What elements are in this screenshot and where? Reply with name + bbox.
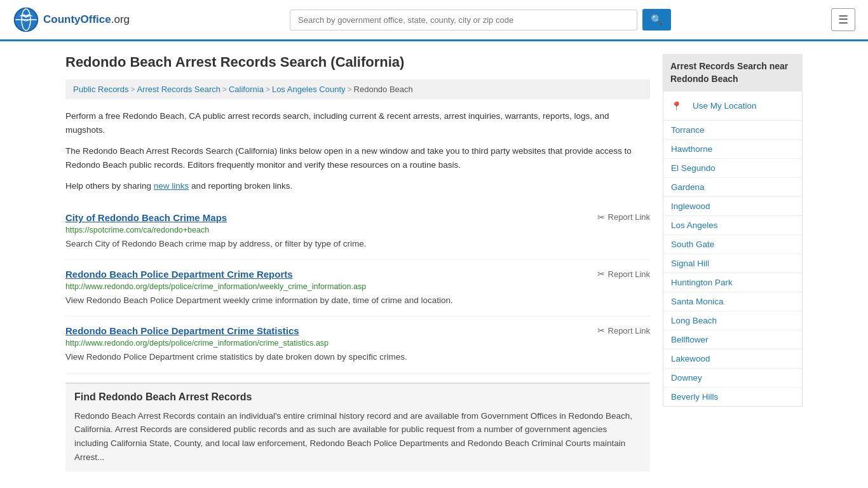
resource-3-desc: View Redondo Police Department crime sta… — [65, 351, 650, 363]
find-section-text: Redondo Beach Arrest Records contain an … — [74, 409, 641, 464]
intro-paragraph-1: Perform a free Redondo Beach, CA public … — [65, 109, 650, 137]
sidebar-link-huntington-park[interactable]: Huntington Park — [663, 273, 802, 292]
sidebar-item-hawthorne[interactable]: Hawthorne — [663, 140, 802, 159]
sidebar-item-downey[interactable]: Downey — [663, 369, 802, 388]
sidebar-item-huntington-park[interactable]: Huntington Park — [663, 273, 802, 292]
intro-paragraph-3: Help others by sharing new links and rep… — [65, 179, 650, 193]
breadcrumb-current: Redondo Beach — [354, 85, 413, 94]
find-section: Find Redondo Beach Arrest Records Redond… — [65, 383, 650, 471]
find-section-title: Find Redondo Beach Arrest Records — [74, 391, 641, 403]
scissors-icon-3: ✂ — [597, 325, 605, 336]
breadcrumb-sep-4: > — [348, 85, 352, 94]
sidebar-item-santa-monica[interactable]: Santa Monica — [663, 292, 802, 311]
sidebar-link-santa-monica[interactable]: Santa Monica — [663, 292, 802, 311]
menu-button[interactable]: ☰ — [831, 8, 855, 31]
sidebar-item-long-beach[interactable]: Long Beach — [663, 311, 802, 330]
sidebar-title: Arrest Records Search near Redondo Beach — [663, 54, 803, 92]
location-pin-icon: 📍 — [671, 101, 682, 111]
resource-2-url[interactable]: http://www.redondo.org/depts/police/crim… — [65, 282, 650, 291]
resource-3-report-btn[interactable]: ✂ Report Link — [597, 325, 650, 336]
logo-area: CountyOffice.org — [13, 6, 130, 33]
sidebar-link-signal-hill[interactable]: Signal Hill — [663, 254, 802, 273]
intro-paragraph-2: The Redondo Beach Arrest Records Search … — [65, 144, 650, 172]
sidebar-item-gardena[interactable]: Gardena — [663, 178, 802, 197]
logo-icon — [13, 6, 39, 33]
sidebar-link-inglewood[interactable]: Inglewood — [663, 197, 802, 215]
resource-3-report-label: Report Link — [608, 326, 650, 336]
sidebar-item-south-gate[interactable]: South Gate — [663, 235, 802, 254]
resource-2-report-btn[interactable]: ✂ Report Link — [597, 269, 650, 279]
sidebar-item-torrance[interactable]: Torrance — [663, 121, 802, 140]
sidebar-link-downey[interactable]: Downey — [663, 369, 802, 387]
sidebar-link-el-segundo[interactable]: El Segundo — [663, 159, 802, 177]
sidebar-item-inglewood[interactable]: Inglewood — [663, 197, 802, 216]
breadcrumb-sep-1: > — [130, 85, 135, 94]
resource-item-2: Redondo Beach Police Department Crime Re… — [65, 260, 650, 316]
sidebar-link-los-angeles[interactable]: Los Angeles — [663, 216, 802, 234]
resource-1-report-btn[interactable]: ✂ Report Link — [597, 212, 650, 222]
sidebar-item-signal-hill[interactable]: Signal Hill — [663, 254, 802, 273]
sidebar-item-los-angeles[interactable]: Los Angeles — [663, 216, 802, 235]
sidebar: Arrest Records Search near Redondo Beach… — [663, 54, 803, 471]
resource-3-title[interactable]: Redondo Beach Police Department Crime St… — [65, 325, 299, 336]
sidebar-link-lakewood[interactable]: Lakewood — [663, 349, 802, 368]
search-area: 🔍 — [290, 9, 671, 30]
search-button[interactable]: 🔍 — [642, 9, 671, 30]
sidebar-link-bellflower[interactable]: Bellflower — [663, 330, 802, 349]
use-location-link[interactable]: Use My Location — [685, 97, 764, 115]
resource-3-url[interactable]: http://www.redondo.org/depts/police/crim… — [65, 339, 650, 348]
sidebar-link-hawthorne[interactable]: Hawthorne — [663, 140, 802, 158]
resource-1-title[interactable]: City of Redondo Beach Crime Maps — [65, 212, 227, 223]
new-links-link[interactable]: new links — [154, 181, 189, 191]
resource-2-report-label: Report Link — [608, 269, 650, 279]
sidebar-link-torrance[interactable]: Torrance — [663, 121, 802, 139]
resource-1-url[interactable]: https://spotcrime.com/ca/redondo+beach — [65, 226, 650, 234]
sidebar-item-beverly-hills[interactable]: Beverly Hills — [663, 388, 802, 406]
sidebar-item-lakewood[interactable]: Lakewood — [663, 349, 802, 369]
scissors-icon-2: ✂ — [597, 269, 605, 279]
sidebar-link-south-gate[interactable]: South Gate — [663, 235, 802, 254]
scissors-icon-1: ✂ — [597, 212, 605, 222]
intro-3-before: Help others by sharing — [65, 181, 154, 191]
breadcrumb-sep-3: > — [266, 85, 270, 94]
resource-1-desc: Search City of Redondo Beach crime map b… — [65, 238, 650, 250]
header: CountyOffice.org 🔍 ☰ — [0, 0, 868, 41]
breadcrumb-arrest-records[interactable]: Arrest Records Search — [137, 85, 220, 94]
sidebar-link-long-beach[interactable]: Long Beach — [663, 311, 802, 330]
content-area: Redondo Beach Arrest Records Search (Cal… — [65, 54, 650, 471]
search-input[interactable] — [290, 10, 637, 30]
page-title: Redondo Beach Arrest Records Search (Cal… — [65, 54, 650, 71]
logo-text[interactable]: CountyOffice.org — [43, 13, 130, 26]
breadcrumb: Public Records > Arrest Records Search >… — [65, 79, 650, 99]
sidebar-list: 📍 Use My Location Torrance Hawthorne El … — [663, 92, 803, 407]
breadcrumb-la-county[interactable]: Los Angeles County — [272, 85, 346, 94]
sidebar-link-gardena[interactable]: Gardena — [663, 178, 802, 196]
resource-1-report-label: Report Link — [608, 212, 650, 222]
breadcrumb-california[interactable]: California — [229, 85, 264, 94]
resource-item-1: City of Redondo Beach Crime Maps ✂ Repor… — [65, 203, 650, 260]
sidebar-link-beverly-hills[interactable]: Beverly Hills — [663, 388, 802, 406]
resource-2-desc: View Redondo Beach Police Department wee… — [65, 294, 650, 307]
breadcrumb-public-records[interactable]: Public Records — [73, 85, 128, 94]
resource-2-title[interactable]: Redondo Beach Police Department Crime Re… — [65, 269, 293, 280]
sidebar-item-el-segundo[interactable]: El Segundo — [663, 159, 802, 178]
intro-3-after: and reporting broken links. — [189, 181, 292, 191]
sidebar-use-location[interactable]: 📍 Use My Location — [663, 92, 802, 121]
resource-item-3: Redondo Beach Police Department Crime St… — [65, 316, 650, 373]
breadcrumb-sep-2: > — [222, 85, 227, 94]
sidebar-item-bellflower[interactable]: Bellflower — [663, 330, 802, 349]
main-container: Redondo Beach Arrest Records Search (Cal… — [53, 41, 815, 484]
